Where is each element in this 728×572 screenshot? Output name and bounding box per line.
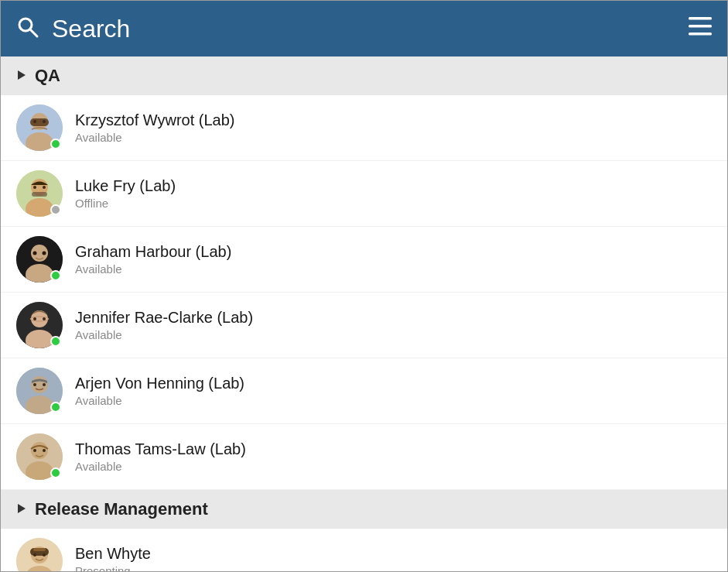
member-status-graham: Available bbox=[75, 262, 231, 276]
member-name-graham: Graham Harbour (Lab) bbox=[75, 243, 231, 261]
svg-point-38 bbox=[43, 449, 46, 452]
member-item-krzysztof[interactable]: Krzysztof Wywrot (Lab) Available bbox=[1, 95, 727, 161]
avatar-wrap-graham bbox=[16, 236, 63, 283]
member-name-ben: Ben Whyte bbox=[75, 545, 151, 563]
member-item-graham[interactable]: Graham Harbour (Lab) Available bbox=[1, 227, 727, 293]
svg-point-27 bbox=[43, 317, 46, 320]
group-header-release[interactable]: Release Management bbox=[1, 490, 727, 529]
member-name-arjen: Arjen Von Henning (Lab) bbox=[75, 375, 244, 392]
member-info-jennifer: Jennifer Rae-Clarke (Lab) Available bbox=[75, 309, 253, 341]
svg-rect-2 bbox=[689, 17, 712, 20]
avatar-wrap-thomas bbox=[16, 433, 63, 480]
header-left: Search bbox=[16, 15, 130, 43]
menu-icon[interactable] bbox=[689, 17, 712, 41]
status-dot-graham bbox=[50, 270, 61, 281]
member-list-qa: Krzysztof Wywrot (Lab) Available bbox=[1, 95, 727, 490]
member-name-thomas: Thomas Tams-Law (Lab) bbox=[75, 440, 246, 458]
svg-rect-15 bbox=[32, 192, 47, 197]
avatar-wrap-krzysztof bbox=[16, 104, 63, 151]
member-item-jennifer[interactable]: Jennifer Rae-Clarke (Lab) Available bbox=[1, 293, 727, 358]
member-status-krzysztof: Available bbox=[75, 131, 235, 144]
status-dot-thomas bbox=[50, 468, 61, 478]
avatar-wrap-ben bbox=[16, 538, 63, 571]
member-info-thomas: Thomas Tams-Law (Lab) Available bbox=[75, 440, 246, 473]
svg-point-26 bbox=[33, 317, 36, 320]
svg-line-1 bbox=[30, 29, 37, 36]
member-status-jennifer: Available bbox=[75, 328, 253, 341]
status-dot-luke bbox=[50, 204, 61, 215]
svg-point-37 bbox=[33, 449, 36, 452]
member-info-graham: Graham Harbour (Lab) Available bbox=[75, 243, 231, 276]
svg-point-22 bbox=[43, 252, 46, 255]
app-container: Search QA bbox=[0, 0, 728, 572]
svg-marker-5 bbox=[18, 70, 26, 80]
member-status-luke: Offline bbox=[75, 197, 176, 210]
member-item-arjen[interactable]: Arjen Von Henning (Lab) Available bbox=[1, 358, 727, 424]
collapse-icon-release bbox=[16, 502, 27, 517]
member-info-arjen: Arjen Von Henning (Lab) Available bbox=[75, 375, 244, 407]
header: Search bbox=[1, 1, 727, 57]
member-item-thomas[interactable]: Thomas Tams-Law (Lab) Available bbox=[1, 424, 727, 490]
member-status-thomas: Available bbox=[75, 460, 246, 473]
group-header-qa[interactable]: QA bbox=[1, 57, 727, 95]
member-name-jennifer: Jennifer Rae-Clarke (Lab) bbox=[75, 309, 253, 327]
member-info-ben: Ben Whyte Presenting bbox=[75, 545, 151, 571]
group-title-release: Release Management bbox=[35, 499, 208, 519]
status-dot-arjen bbox=[50, 402, 61, 413]
content-area: QA bbox=[1, 57, 727, 571]
svg-point-16 bbox=[33, 186, 36, 189]
svg-point-32 bbox=[33, 383, 36, 386]
collapse-icon-qa bbox=[16, 69, 27, 84]
member-list-release: Ben Whyte Presenting bbox=[1, 529, 727, 571]
svg-point-45 bbox=[43, 553, 46, 557]
status-dot-krzysztof bbox=[50, 139, 61, 149]
member-info-krzysztof: Krzysztof Wywrot (Lab) Available bbox=[75, 111, 235, 144]
search-icon bbox=[16, 15, 39, 42]
svg-rect-9 bbox=[30, 118, 49, 126]
svg-rect-3 bbox=[689, 25, 712, 28]
avatar-wrap-luke bbox=[16, 170, 63, 217]
avatar-wrap-jennifer bbox=[16, 302, 63, 348]
member-item-luke[interactable]: Luke Fry (Lab) Offline bbox=[1, 161, 727, 227]
svg-point-33 bbox=[43, 383, 46, 386]
status-dot-jennifer bbox=[50, 336, 61, 347]
svg-rect-4 bbox=[689, 33, 712, 36]
header-title: Search bbox=[52, 15, 130, 43]
member-name-krzysztof: Krzysztof Wywrot (Lab) bbox=[75, 111, 235, 129]
member-status-arjen: Available bbox=[75, 394, 244, 407]
svg-point-44 bbox=[33, 553, 36, 557]
member-info-luke: Luke Fry (Lab) Offline bbox=[75, 177, 176, 210]
avatar-wrap-arjen bbox=[16, 368, 63, 414]
member-name-luke: Luke Fry (Lab) bbox=[75, 177, 176, 195]
group-title-qa: QA bbox=[35, 66, 60, 86]
svg-marker-39 bbox=[18, 504, 26, 513]
svg-point-17 bbox=[43, 186, 46, 189]
svg-point-11 bbox=[43, 120, 46, 123]
svg-rect-46 bbox=[33, 548, 46, 551]
svg-point-21 bbox=[33, 252, 37, 255]
member-item-ben[interactable]: Ben Whyte Presenting bbox=[1, 529, 727, 571]
svg-point-10 bbox=[33, 120, 36, 123]
member-status-ben: Presenting bbox=[75, 564, 151, 571]
avatar-ben bbox=[16, 538, 63, 571]
